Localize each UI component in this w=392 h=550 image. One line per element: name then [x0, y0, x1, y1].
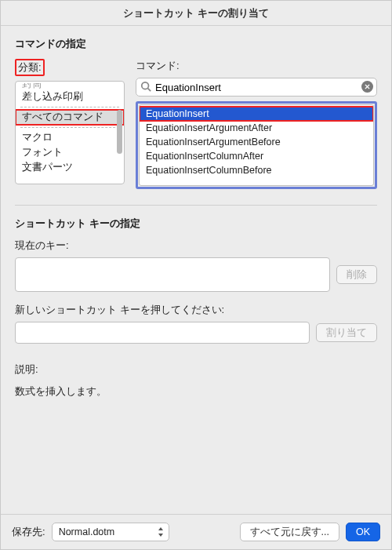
- list-item[interactable]: 封筒: [16, 83, 124, 89]
- clear-search-icon[interactable]: [361, 81, 373, 93]
- description-label: 説明:: [15, 362, 377, 377]
- new-key-label: 新しいショートカット キーを押してください:: [15, 303, 377, 317]
- search-icon: [140, 81, 151, 92]
- category-list[interactable]: 封筒 差し込み印刷 すべてのコマンド マクロ フォント 文書パーツ: [15, 81, 125, 184]
- window-title: ショートカット キーの割り当て: [1, 1, 391, 26]
- description-text: 数式を挿入します。: [15, 384, 377, 399]
- ok-button[interactable]: OK: [346, 523, 380, 541]
- svg-point-0: [142, 82, 149, 89]
- command-list[interactable]: EquationInsert EquationInsertArgumentAft…: [139, 104, 374, 186]
- svg-line-1: [148, 89, 151, 92]
- save-in-value: Normal.dotm: [59, 526, 115, 537]
- specify-command-heading: コマンドの指定: [15, 37, 377, 51]
- command-label: コマンド:: [136, 59, 377, 73]
- new-key-row: 割り当て: [15, 322, 377, 344]
- command-search-input[interactable]: [136, 78, 377, 97]
- reset-all-button[interactable]: すべて元に戻す...: [240, 523, 339, 541]
- description-block: 説明: 数式を挿入します。: [15, 362, 377, 399]
- current-keys-row: 削除: [15, 257, 377, 292]
- category-label: 分類:: [15, 59, 45, 76]
- category-list-wrap: 封筒 差し込み印刷 すべてのコマンド マクロ フォント 文書パーツ: [15, 81, 125, 184]
- divider: [20, 107, 119, 107]
- list-item[interactable]: フォント: [16, 145, 124, 160]
- save-in-label: 保存先:: [12, 525, 45, 539]
- list-item[interactable]: マクロ: [16, 130, 124, 145]
- current-keys-label: 現在のキー:: [15, 239, 377, 253]
- scrollbar-thumb[interactable]: [117, 110, 122, 154]
- list-item[interactable]: 差し込み印刷: [16, 89, 124, 104]
- list-item-all-commands[interactable]: すべてのコマンド: [16, 110, 124, 125]
- search-field-wrap: [136, 78, 377, 97]
- title-text: ショートカット キーの割り当て: [123, 6, 269, 20]
- command-list-highlight: EquationInsert EquationInsertArgumentAft…: [136, 101, 377, 189]
- command-column: コマンド: EquationInsert EquationInsertArgum…: [136, 59, 377, 189]
- category-label-wrap: 分類:: [15, 59, 125, 76]
- dialog-content: コマンドの指定 分類: 封筒 差し込み印刷 すべてのコマンド マクロ フォント: [1, 26, 391, 514]
- separator: [15, 205, 377, 206]
- new-shortcut-input[interactable]: [15, 322, 310, 344]
- list-item[interactable]: EquationInsertColumnAfter: [140, 149, 373, 163]
- assign-button[interactable]: 割り当て: [316, 323, 377, 342]
- divider: [20, 127, 119, 128]
- list-item[interactable]: EquationInsertArgumentAfter: [140, 121, 373, 135]
- shortcut-heading: ショートカット キーの指定: [15, 217, 377, 231]
- list-item-equation-insert[interactable]: EquationInsert: [140, 107, 373, 121]
- list-item[interactable]: 文書パーツ: [16, 160, 124, 175]
- current-keys-box[interactable]: [15, 257, 330, 292]
- dialog-footer: 保存先: Normal.dotm すべて元に戻す... OK: [1, 514, 391, 549]
- chevron-updown-icon: [157, 526, 165, 541]
- dialog-window: ショートカット キーの割り当て コマンドの指定 分類: 封筒 差し込み印刷 すべ…: [0, 0, 392, 550]
- save-in-select[interactable]: Normal.dotm: [52, 523, 169, 541]
- delete-button[interactable]: 削除: [336, 265, 377, 284]
- list-item[interactable]: EquationInsertColumnBefore: [140, 163, 373, 177]
- list-item[interactable]: EquationInsertArgumentBefore: [140, 135, 373, 149]
- category-column: 分類: 封筒 差し込み印刷 すべてのコマンド マクロ フォント 文書パーツ: [15, 59, 125, 184]
- specify-command-row: 分類: 封筒 差し込み印刷 すべてのコマンド マクロ フォント 文書パーツ: [15, 59, 377, 189]
